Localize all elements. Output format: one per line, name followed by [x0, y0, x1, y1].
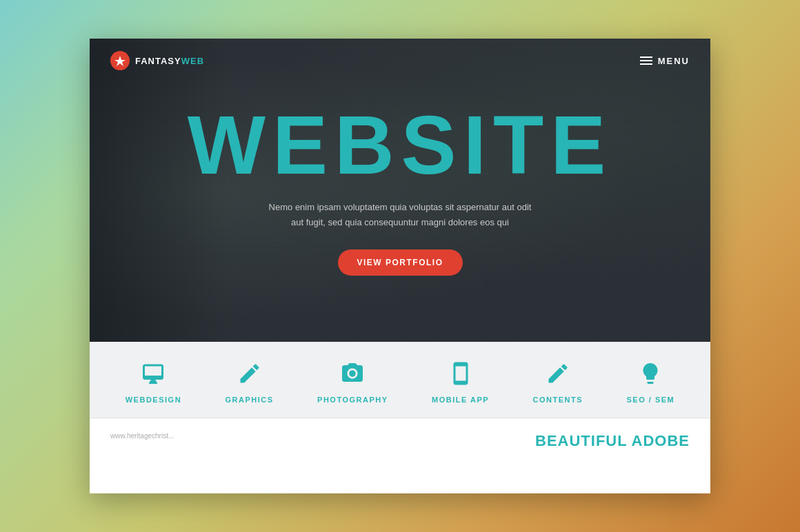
logo-icon: [110, 51, 130, 70]
cta-button[interactable]: VIEW PORTFOLIO: [338, 249, 463, 276]
menu-label: MENU: [658, 56, 690, 66]
watermark-text: www.heritagechrist...: [110, 432, 174, 440]
menu-button[interactable]: MENU: [640, 56, 690, 66]
camera-icon: [340, 361, 365, 389]
hero-title: WEBSITE: [103, 103, 697, 186]
pen-icon: [237, 361, 262, 389]
service-label-photography: PHOTOGRAPHY: [317, 396, 388, 404]
service-item-graphics[interactable]: GRAPHICS: [226, 361, 274, 404]
pencil-icon: [546, 361, 570, 389]
bulb-icon: [638, 361, 663, 389]
service-label-graphics: GRAPHICS: [226, 396, 274, 404]
service-label-seo-sem: SEO / SEM: [627, 396, 675, 404]
service-item-photography[interactable]: PHOTOGRAPHY: [317, 361, 388, 404]
monitor-icon: [141, 361, 166, 389]
service-label-webdesign: WEBDESIGN: [126, 396, 181, 404]
logo-text: FANTASYWEB: [135, 56, 204, 66]
service-item-seo-sem[interactable]: SEO / SEM: [627, 361, 675, 404]
logo: FANTASYWEB: [110, 51, 204, 70]
service-label-mobile-app: MOBILE APP: [432, 396, 489, 404]
services-bar: WEBDESIGN GRAPHICS PHOTOGRAPHY MOBILE AP…: [90, 342, 710, 418]
browser-window: FANTASYWEB MENU WEBSITE Nemo enim ipsam …: [90, 39, 710, 493]
bottom-section: www.heritagechrist... BEAUTIFUL ADOBE: [90, 418, 710, 464]
hamburger-icon: [640, 57, 652, 65]
service-item-contents[interactable]: CONTENTS: [533, 361, 583, 404]
mobile-icon: [448, 361, 473, 389]
hero-subtitle: Nemo enim ipsam voluptatem quia voluptas…: [103, 200, 697, 230]
svg-point-1: [550, 380, 552, 382]
hero-content: WEBSITE Nemo enim ipsam voluptatem quia …: [90, 83, 710, 276]
hero-section: FANTASYWEB MENU WEBSITE Nemo enim ipsam …: [90, 39, 710, 342]
svg-marker-0: [114, 56, 126, 66]
service-item-webdesign[interactable]: WEBDESIGN: [126, 361, 181, 404]
navbar: FANTASYWEB MENU: [90, 39, 710, 83]
service-label-contents: CONTENTS: [533, 396, 583, 404]
service-item-mobile-app[interactable]: MOBILE APP: [432, 361, 489, 404]
beautiful-adobe-heading: BEAUTIFUL ADOBE: [535, 432, 690, 450]
